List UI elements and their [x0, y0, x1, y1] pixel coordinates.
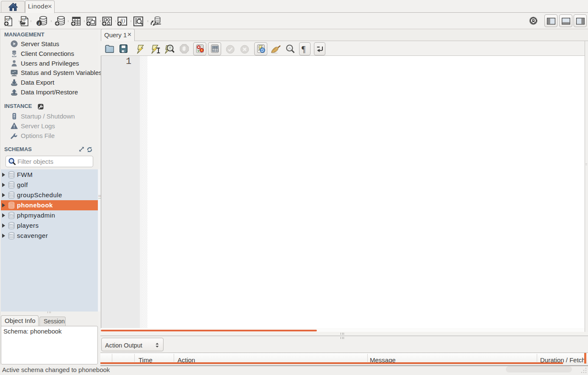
svg-text:SQL: SQL	[6, 17, 10, 21]
svg-text:A: A	[288, 46, 291, 50]
svg-text:SQL: SQL	[22, 17, 26, 21]
